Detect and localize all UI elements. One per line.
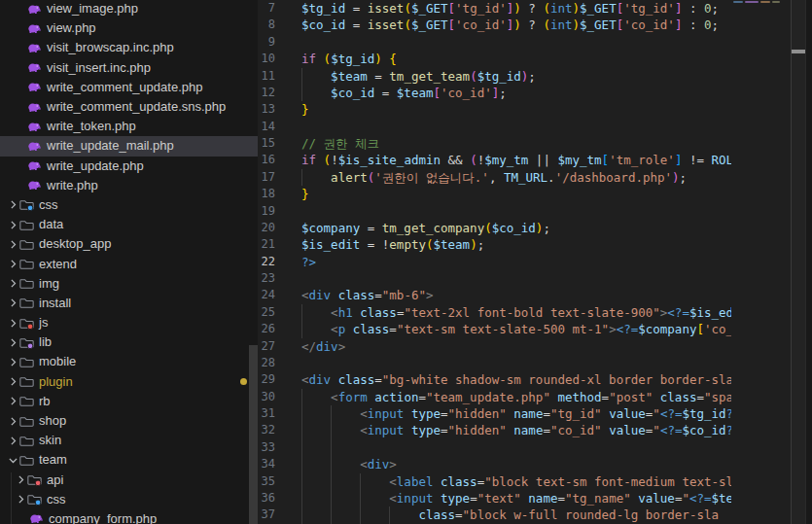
sidebar-item-skin[interactable]: skin bbox=[0, 431, 258, 450]
token: && bbox=[441, 153, 470, 167]
code-line-24[interactable]: 24<div class="mb-6"> bbox=[258, 287, 731, 303]
indent-guide bbox=[301, 439, 302, 456]
sidebar-item-data[interactable]: data bbox=[0, 215, 258, 234]
sidebar-item-write-comment-update-sns-php[interactable]: write_comment_update.sns.php bbox=[0, 97, 258, 117]
chevron-right-icon[interactable] bbox=[6, 277, 19, 291]
sidebar-item-write-update-mail-php[interactable]: write_update_mail.php bbox=[0, 136, 258, 156]
code-line-15[interactable]: 15// 권한 체크 bbox=[258, 135, 731, 152]
code-line-22[interactable]: 22?> bbox=[258, 254, 731, 270]
chevron-right-icon[interactable] bbox=[6, 237, 19, 251]
sidebar-item-write-update-php[interactable]: write_update.php bbox=[0, 157, 258, 176]
code-line-34[interactable]: 34 <div> bbox=[258, 456, 731, 472]
chevron-right-icon[interactable] bbox=[6, 335, 19, 349]
code-line-8[interactable]: 8$co_id = isset($_GET['co_id']) ? (int)$… bbox=[258, 17, 731, 33]
sidebar-item-api[interactable]: api bbox=[0, 471, 258, 490]
sidebar-item-write-php[interactable]: write.php bbox=[0, 176, 258, 195]
code-line-9[interactable]: 9 bbox=[258, 34, 731, 51]
chevron-right-icon[interactable] bbox=[6, 258, 19, 271]
code-line-16[interactable]: 16if (!$is_site_admin && (!$my_tm || $my… bbox=[258, 152, 731, 168]
token: isset bbox=[368, 1, 405, 16]
chevron-right-icon[interactable] bbox=[6, 434, 19, 447]
code-line-33[interactable]: 33 bbox=[258, 439, 731, 456]
chevron-right-icon[interactable] bbox=[6, 198, 19, 212]
code-line-17[interactable]: 17 alert('권한이 없습니다.', TM_URL.'/dashboard… bbox=[258, 169, 731, 186]
code-line-29[interactable]: 29<div class="bg-white shadow-sm rounded… bbox=[258, 371, 731, 388]
sidebar-item-css[interactable]: css bbox=[0, 195, 258, 215]
sidebar-item-plugin[interactable]: plugin bbox=[0, 372, 258, 392]
chevron-right-icon[interactable] bbox=[6, 375, 19, 389]
sidebar-item-extend[interactable]: extend bbox=[0, 254, 258, 273]
sidebar-scrollbar-thumb[interactable] bbox=[249, 345, 258, 524]
token: " bbox=[653, 406, 660, 421]
chevron-right-icon[interactable] bbox=[6, 316, 19, 330]
code-area[interactable]: 7$tg_id = isset($_GET['tg_id']) ? (int)$… bbox=[258, 0, 731, 524]
token: label bbox=[397, 474, 434, 489]
token: <?= bbox=[667, 305, 689, 320]
code-line-12[interactable]: 12 $co_id = $team['co_id']; bbox=[258, 85, 731, 101]
sidebar-item-img[interactable]: img bbox=[0, 274, 258, 294]
sidebar-item-desktop-app[interactable]: desktop_app bbox=[0, 234, 258, 254]
chevron-right-icon[interactable] bbox=[6, 395, 19, 408]
chevron-down-icon[interactable] bbox=[6, 453, 19, 467]
code-line-31[interactable]: 31 <input type="hidden" name="tg_id" val… bbox=[258, 405, 731, 422]
code-line-35[interactable]: 35 <label class="block text-sm font-medi… bbox=[258, 473, 731, 490]
code-text: $company = tm_get_company($co_id); bbox=[301, 220, 550, 236]
chevron-right-icon[interactable] bbox=[6, 297, 19, 310]
code-line-11[interactable]: 11 $team = tm_get_team($tg_id); bbox=[258, 68, 731, 85]
code-line-7[interactable]: 7$tg_id = isset($_GET['tg_id']) ? (int)$… bbox=[258, 0, 731, 17]
folder-label: data bbox=[39, 218, 63, 231]
code-line-26[interactable]: 26 <p class="text-sm text-slate-500 mt-1… bbox=[258, 321, 731, 337]
indent-guide bbox=[360, 473, 361, 490]
code-line-19[interactable]: 19 bbox=[258, 203, 731, 220]
token: $tg_id bbox=[331, 52, 374, 66]
sidebar-item-company-form-php[interactable]: company_form.php bbox=[0, 509, 258, 524]
sidebar-item-install[interactable]: install bbox=[0, 294, 258, 313]
code-line-18[interactable]: 18} bbox=[258, 186, 731, 202]
token: 'co_id' bbox=[623, 17, 675, 32]
token: $tg_id bbox=[682, 406, 725, 421]
token: < bbox=[301, 372, 309, 387]
sidebar-item-lib[interactable]: lib bbox=[0, 332, 258, 352]
sidebar-item-shop[interactable]: shop bbox=[0, 411, 258, 431]
sidebar-item-visit-browscap-inc-php[interactable]: visit_browscap.inc.php bbox=[0, 38, 258, 57]
sidebar-item-write-token-php[interactable]: write_token.php bbox=[0, 117, 258, 136]
sidebar-item-rb[interactable]: rb bbox=[0, 392, 258, 411]
sidebar-item-js[interactable]: js bbox=[0, 313, 258, 332]
code-text: $co_id = $team['co_id']; bbox=[301, 85, 507, 101]
code-line-14[interactable]: 14 bbox=[258, 119, 731, 135]
minimap[interactable] bbox=[731, 0, 791, 524]
token: type bbox=[441, 491, 470, 506]
code-line-36[interactable]: 36 <input type="text" name="tg_name" val… bbox=[258, 490, 731, 507]
code-line-28[interactable]: 28 bbox=[258, 355, 731, 371]
chevron-right-icon[interactable] bbox=[6, 218, 19, 231]
code-line-27[interactable]: 27</div> bbox=[258, 338, 731, 355]
chevron-right-icon[interactable] bbox=[14, 473, 27, 487]
sidebar-item-write-comment-update-php[interactable]: write_comment_update.php bbox=[0, 78, 258, 97]
chevron-right-icon[interactable] bbox=[6, 355, 19, 368]
code-line-10[interactable]: 10if ($tg_id) { bbox=[258, 51, 731, 67]
sidebar-item-view-php[interactable]: view.php bbox=[0, 18, 258, 38]
sidebar-item-view-image-php[interactable]: view_image.php bbox=[0, 0, 258, 18]
folder-label: img bbox=[39, 277, 59, 291]
code-line-37[interactable]: 37 class="block w-full rounded-lg border… bbox=[258, 507, 731, 523]
chevron-right-icon[interactable] bbox=[14, 493, 27, 507]
sidebar-item-team[interactable]: team bbox=[0, 450, 258, 470]
token: || bbox=[528, 153, 557, 167]
chevron-right-icon[interactable] bbox=[6, 414, 19, 428]
code-line-30[interactable]: 30 <form action="team_update.php" method… bbox=[258, 389, 731, 405]
sidebar-item-visit-insert-inc-php[interactable]: visit_insert.inc.php bbox=[0, 58, 258, 78]
code-line-25[interactable]: 25 <h1 class="text-2xl font-bold text-sl… bbox=[258, 304, 731, 321]
sidebar-item-css[interactable]: css bbox=[0, 490, 258, 509]
overview-ruler[interactable] bbox=[792, 0, 805, 524]
code-line-32[interactable]: 32 <input type="hidden" name="co_id" val… bbox=[258, 422, 731, 438]
code-line-21[interactable]: 21$is_edit = !empty($team); bbox=[258, 236, 731, 253]
code-line-20[interactable]: 20$company = tm_get_company($co_id); bbox=[258, 220, 731, 236]
code-line-23[interactable]: 23 bbox=[258, 270, 731, 287]
code-editor[interactable]: 7$tg_id = isset($_GET['tg_id']) ? (int)$… bbox=[258, 0, 812, 524]
indent-guide bbox=[301, 321, 302, 337]
token: ; bbox=[543, 221, 550, 235]
token: value bbox=[609, 423, 646, 437]
sidebar-item-mobile[interactable]: mobile bbox=[0, 352, 258, 371]
line-number: 30 bbox=[258, 389, 275, 405]
code-line-13[interactable]: 13} bbox=[258, 101, 731, 118]
